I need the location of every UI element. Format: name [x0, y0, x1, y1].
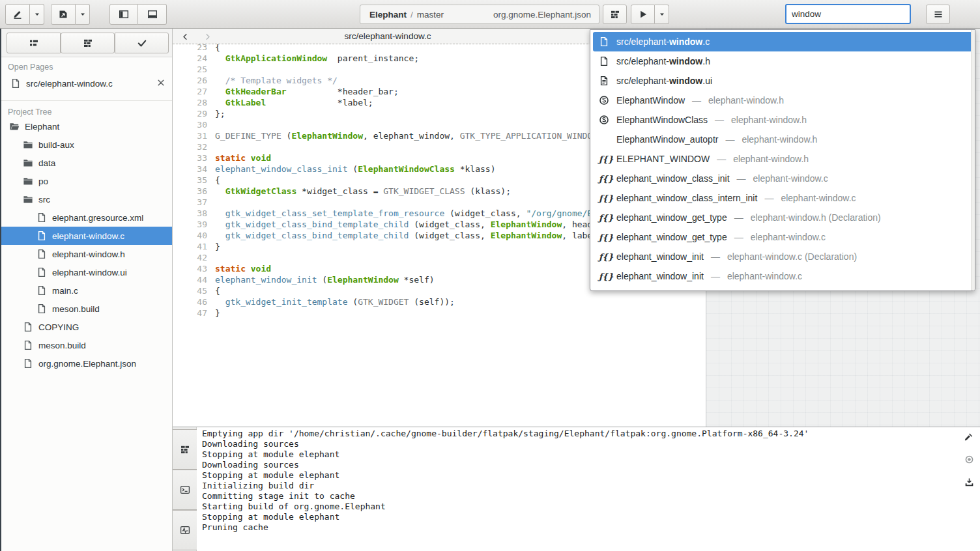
line-number: 33	[173, 152, 207, 163]
project-tree: Elephantbuild-auxdataposrcelephant.greso…	[1, 117, 172, 373]
tree-item-org-gnome-elephant-json[interactable]: org.gnome.Elephant.json	[1, 354, 172, 373]
tree-item-build-aux[interactable]: build-aux	[1, 135, 172, 154]
result-symbol-name: elephant_window_get_type	[616, 232, 727, 242]
tree-item-po[interactable]: po	[1, 172, 172, 190]
search-result-row[interactable]: ƒ{}elephant_window_get_type—elephant-win…	[593, 208, 972, 227]
tree-item-elephant-gresource-xml[interactable]: elephant.gresource.xml	[1, 208, 172, 227]
result-symbol-name: elephant_window_init	[616, 251, 704, 262]
tree-item-label: COPYING	[38, 322, 79, 332]
dash-separator: —	[711, 271, 720, 281]
search-result-row[interactable]: ƒ{}elephant_window_class_init—elephant-w…	[593, 169, 972, 188]
search-result-row[interactable]: ƒ{}elephant_window_init—elephant-window.…	[593, 247, 972, 266]
close-page-button[interactable]	[155, 78, 167, 89]
build-button[interactable]	[603, 5, 627, 24]
search-result-row[interactable]: ƒ{}ELEPHANT_WINDOW—elephant-window.h	[593, 149, 972, 169]
profiler-panel-button[interactable]	[173, 510, 197, 550]
line-content: };	[215, 108, 225, 119]
tree-item-label: data	[38, 158, 55, 168]
result-symbol-name: ElephantWindow_autoptr	[616, 134, 718, 145]
popover-scrollbar[interactable]	[971, 30, 975, 290]
tree-item-elephant-window-ui[interactable]: elephant-window.ui	[1, 263, 172, 281]
search-result-row[interactable]: ƒ{}elephant_window_init—elephant-window.…	[593, 266, 972, 286]
line-number: 28	[173, 97, 207, 108]
tests-view-button[interactable]	[115, 33, 169, 53]
tree-item-main-c[interactable]: main.c	[1, 281, 172, 300]
tree-item-copying[interactable]: COPYING	[1, 318, 172, 336]
toggle-bottom-panel-button[interactable]	[138, 4, 167, 25]
line-content: static void	[215, 263, 271, 274]
line-number: 40	[173, 230, 207, 241]
line-content: {	[215, 44, 220, 53]
line-content: G_DEFINE_TYPE (ElephantWindow, elephant_…	[215, 130, 603, 141]
open-pages-title: Open Pages	[8, 63, 53, 72]
check-icon	[137, 38, 147, 48]
open-page-row[interactable]: src/elephant-window.c	[1, 74, 172, 92]
build-view-button[interactable]	[61, 33, 115, 53]
tree-item-elephant[interactable]: Elephant	[1, 117, 172, 135]
panel-bottom-icon	[147, 9, 158, 20]
function-icon: ƒ{}	[599, 193, 609, 203]
tree-item-elephant-window-h[interactable]: elephant-window.h	[1, 245, 172, 263]
tree-item-src[interactable]: src	[1, 190, 172, 208]
clear-log-button[interactable]	[963, 432, 973, 443]
save-log-button[interactable]	[964, 477, 974, 488]
menu-button[interactable]	[926, 5, 950, 24]
search-result-row[interactable]: src/elephant-window.ui	[593, 71, 972, 91]
editor-document-title: src/elephant-window.c	[173, 31, 603, 41]
run-options-button[interactable]	[655, 5, 669, 24]
tree-item-label: org.gnome.Elephant.json	[38, 359, 136, 369]
terminal-panel-button[interactable]	[173, 470, 197, 510]
log-line: Downloading sources	[202, 460, 809, 470]
global-search-input[interactable]	[785, 4, 911, 24]
line-number: 39	[173, 219, 207, 230]
tree-item-meson-build[interactable]: meson.build	[1, 336, 172, 354]
result-symbol-name: ElephantWindow	[616, 95, 685, 106]
editor-perspective-button[interactable]	[5, 4, 30, 25]
search-result-row[interactable]: ƒ{}	[593, 286, 972, 291]
build-log: Emptying app dir '/home/christian/.cache…	[202, 429, 809, 533]
run-button[interactable]	[631, 5, 655, 24]
dash-separator: —	[734, 212, 743, 223]
line-content: gtk_widget_class_bind_template_child (wi…	[215, 219, 633, 230]
search-result-row[interactable]: ElephantWindow_autoptr—elephant-window.h	[593, 130, 972, 149]
result-file-name: elephant-window.c	[781, 193, 856, 203]
search-result-row[interactable]: ElephantWindowClass—elephant-window.h	[593, 110, 972, 130]
line-number: 41	[173, 241, 207, 252]
search-result-row[interactable]: src/elephant-window.h	[593, 51, 972, 71]
tree-item-label: Elephant	[25, 122, 59, 132]
toggle-left-panel-button[interactable]	[109, 4, 138, 25]
search-result-row[interactable]: src/elephant-window.c	[593, 32, 972, 51]
search-result-row[interactable]: ƒ{}elephant_window_get_type—elephant-win…	[593, 227, 972, 247]
line-content: /* Template widgets */	[215, 75, 338, 86]
line-content: elephant_window_init (ElephantWindow *se…	[215, 274, 435, 285]
record-log-button[interactable]	[964, 455, 974, 465]
todo-view-button[interactable]	[7, 33, 61, 53]
export-dropdown-button[interactable]	[76, 4, 90, 25]
download-icon	[964, 477, 974, 487]
export-button[interactable]	[51, 4, 76, 25]
line-number: 25	[173, 64, 207, 75]
window-close-button[interactable]	[962, 8, 975, 21]
file-icon	[10, 78, 21, 89]
function-icon: ƒ{}	[599, 233, 609, 242]
line-number: 23	[173, 44, 207, 53]
profiler-icon	[180, 525, 190, 535]
search-results-popover: src/elephant-window.csrc/elephant-window…	[590, 29, 975, 291]
build-panel-button[interactable]	[173, 429, 197, 470]
search-result-row[interactable]: ƒ{}elephant_window_class_intern_init—ele…	[593, 188, 972, 208]
result-file-name: elephant-window.c	[727, 271, 802, 281]
result-file-name: elephant-window.h	[733, 154, 809, 164]
dash-separator: —	[725, 134, 734, 145]
tree-item-data[interactable]: data	[1, 154, 172, 172]
line-content: GtkApplicationWindow parent_instance;	[215, 53, 419, 64]
tree-item-elephant-window-c[interactable]: elephant-window.c	[1, 227, 172, 245]
build-configuration-widget[interactable]: Elephant / master org.gnome.Elephant.jso…	[360, 5, 599, 24]
tree-item-meson-build[interactable]: meson.build	[1, 300, 172, 318]
file-text-icon	[599, 76, 609, 86]
menu-icon	[933, 9, 944, 20]
folder-open-icon	[9, 121, 20, 132]
search-result-row[interactable]: ElephantWindow—elephant-window.h	[593, 91, 972, 110]
line-number: 32	[173, 141, 207, 152]
perspective-dropdown-button[interactable]	[30, 4, 44, 25]
line-number: 36	[173, 186, 207, 197]
